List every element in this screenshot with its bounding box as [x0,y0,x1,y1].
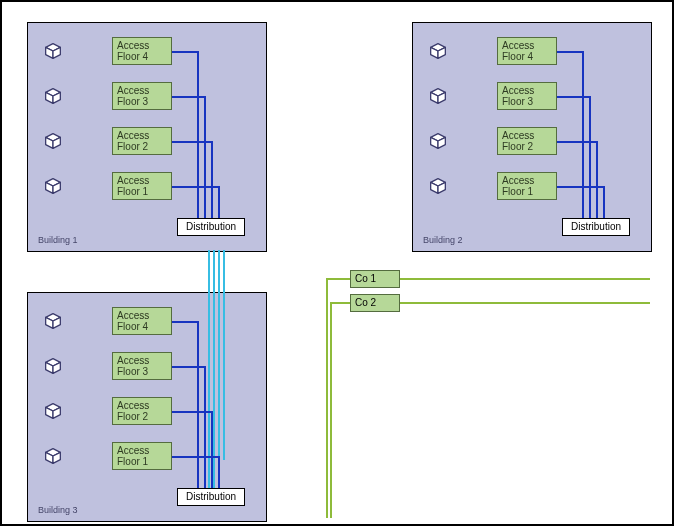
riser-link [197,321,199,488]
riser-link [218,456,220,488]
inter-link [223,250,225,460]
device-icon [427,40,449,62]
inter-link [213,250,215,502]
device-icon [42,130,64,152]
distribution-box: Distribution [562,218,630,236]
access-box: Access Floor 4 [112,307,172,335]
riser-link [204,96,206,218]
floor-link [557,141,596,143]
core-link [400,278,650,280]
access-box: Access Floor 1 [112,172,172,200]
riser-link [197,51,199,218]
core-link [330,302,332,518]
building-label: Building 3 [38,505,78,515]
core-link [400,302,650,304]
riser-link [603,186,605,218]
riser-link [218,186,220,218]
device-icon [42,85,64,107]
floor-link [172,96,204,98]
access-box: Access Floor 2 [112,127,172,155]
inter-link [218,250,220,460]
access-box: Access Floor 3 [112,82,172,110]
floor-link [557,96,589,98]
core-link [326,278,328,518]
core-link [326,278,350,280]
riser-link [211,411,213,488]
riser-link [596,141,598,218]
floor-link [172,411,211,413]
device-icon [427,130,449,152]
device-icon [42,175,64,197]
inter-link [208,250,210,502]
floor-link [557,51,582,53]
floor-link [172,321,197,323]
device-icon [42,310,64,332]
diagram-frame: Building 1 Building 2 Building 3 Co 1 Co… [0,0,674,526]
riser-link [582,51,584,218]
core-1: Co 1 [350,270,400,288]
floor-link [172,51,197,53]
core-2: Co 2 [350,294,400,312]
building-label: Building 1 [38,235,78,245]
access-box: Access Floor 4 [112,37,172,65]
riser-link [211,141,213,218]
access-box: Access Floor 3 [112,352,172,380]
riser-link [589,96,591,218]
distribution-box: Distribution [177,488,245,506]
floor-link [557,186,603,188]
distribution-box: Distribution [177,218,245,236]
device-icon [42,40,64,62]
access-box: Access Floor 2 [497,127,557,155]
access-box: Access Floor 1 [497,172,557,200]
access-box: Access Floor 2 [112,397,172,425]
core-link [330,302,350,304]
floor-link [172,456,218,458]
building-label: Building 2 [423,235,463,245]
access-box: Access Floor 1 [112,442,172,470]
device-icon [427,175,449,197]
floor-link [172,366,204,368]
device-icon [42,355,64,377]
floor-link [172,186,218,188]
device-icon [427,85,449,107]
access-box: Access Floor 3 [497,82,557,110]
device-icon [42,400,64,422]
access-box: Access Floor 4 [497,37,557,65]
riser-link [204,366,206,488]
device-icon [42,445,64,467]
floor-link [172,141,211,143]
